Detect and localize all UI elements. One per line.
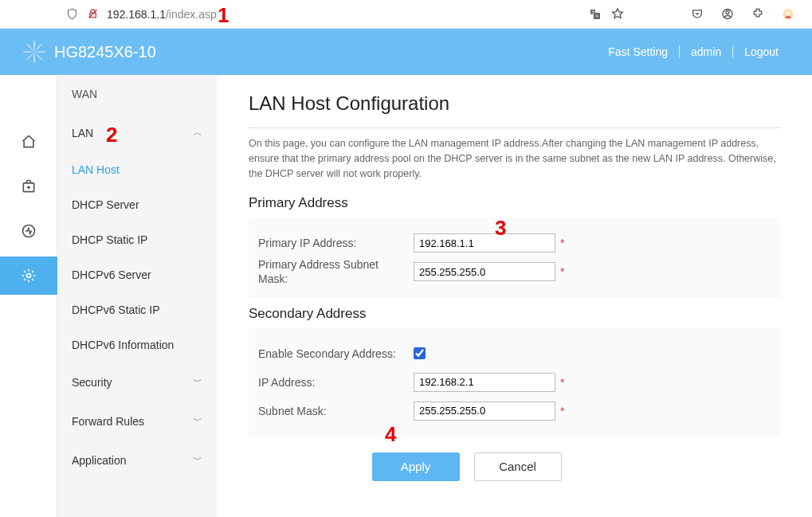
sidebar-item-security[interactable]: Security ﹀ [57,362,217,401]
rail-home[interactable] [0,123,57,161]
main-content: LAN Host Configuration On this page, you… [217,75,812,517]
sidebar-sub-dhcpv6-static-ip[interactable]: DHCPv6 Static IP [57,292,217,327]
browser-address-bar: 192.168.1.1/index.asp 文A [0,0,812,29]
logout-link[interactable]: Logout [733,45,790,58]
primary-mask-input[interactable] [414,262,555,281]
sidebar-item-application[interactable]: Application ﹀ [57,441,217,480]
chevron-up-icon: ︿ [193,126,202,139]
user-link[interactable]: admin [680,45,732,58]
sidebar-sub-dhcp-server[interactable]: DHCP Server [57,187,217,222]
sidebar-item-label: DHCP Static IP [72,233,147,246]
translate-icon[interactable]: 文A [589,8,602,21]
sidebar-item-label: DHCP Server [72,198,139,211]
secondary-form-block: Enable Secondary Address: IP Address: * … [249,328,780,437]
lock-strikethrough-icon [86,8,99,21]
sidebar-item-label: Application [72,454,127,467]
home-icon [21,134,37,150]
icon-rail [0,75,57,517]
required-mark: * [560,265,564,278]
secondary-mask-label: Subnet Mask: [258,404,414,418]
url-host: 192.168.1.1 [107,8,166,21]
sidebar-sub-dhcpv6-info[interactable]: DHCPv6 Information [57,327,217,362]
enable-secondary-label: Enable Secondary Address: [258,347,414,361]
star-icon[interactable] [611,8,624,21]
rail-activity[interactable] [0,212,57,250]
sidebar-item-label: Security [72,376,112,389]
medkit-icon [21,178,37,194]
button-row: Apply Cancel [217,452,780,481]
brand: HG8245X6-10 [22,40,156,64]
primary-heading: Primary Address [249,195,780,211]
sidebar-item-forward-rules[interactable]: Forward Rules ﹀ [57,401,217,441]
shield-icon [65,8,78,21]
sidebar-item-label: DHCPv6 Information [72,339,174,351]
sidebar-item-label: LAN Host [72,163,120,176]
product-name: HG8245X6-10 [54,43,156,61]
svg-point-6 [787,11,790,14]
apply-button[interactable]: Apply [372,452,460,481]
gear-icon [21,268,37,284]
rail-settings[interactable] [0,257,57,295]
activity-icon [21,223,37,239]
app-header: HG8245X6-10 Fast Setting admin Logout [0,29,812,75]
sidebar-item-label: Forward Rules [72,415,144,428]
primary-form-block: Primary IP Address: * Primary Address Su… [249,217,780,297]
page-title: LAN Host Configuration [249,92,780,115]
secondary-ip-input[interactable] [414,373,555,392]
sidebar: WAN LAN ︿ LAN Host DHCP Server DHCP Stat… [57,75,217,517]
sidebar-item-lan[interactable]: LAN ︿ [57,113,217,152]
sidebar-sub-dhcp-static-ip[interactable]: DHCP Static IP [57,222,217,257]
sidebar-sub-lan-host[interactable]: LAN Host [57,152,217,187]
svg-point-9 [26,274,30,278]
sidebar-item-label: DHCPv6 Server [72,268,151,281]
divider [249,127,780,128]
chevron-down-icon: ﹀ [193,375,202,389]
enable-secondary-checkbox[interactable] [414,347,426,359]
sidebar-item-label: LAN [72,127,93,139]
pocket-icon[interactable] [691,8,704,21]
sidebar-item-wan[interactable]: WAN [57,75,217,113]
secondary-ip-label: IP Address: [258,375,414,390]
fast-setting-link[interactable]: Fast Setting [597,45,679,58]
svg-point-4 [726,11,729,14]
chevron-down-icon: ﹀ [193,414,202,428]
primary-ip-label: Primary IP Address: [258,236,414,250]
profile-badge-icon[interactable] [782,8,794,21]
url-path: /index.asp [166,8,217,21]
url-text[interactable]: 192.168.1.1/index.asp [107,8,217,21]
extensions-icon[interactable] [751,8,764,21]
rail-box[interactable] [0,167,57,206]
huawei-logo-icon [22,40,46,64]
required-mark: * [560,405,564,417]
sidebar-item-label: DHCPv6 Static IP [72,304,159,316]
account-icon[interactable] [721,8,734,21]
help-text: On this page, you can configure the LAN … [249,136,780,181]
sidebar-sub-dhcpv6-server[interactable]: DHCPv6 Server [57,257,217,292]
chevron-down-icon: ﹀ [193,453,202,467]
secondary-mask-input[interactable] [414,401,555,421]
required-mark: * [560,376,564,389]
required-mark: * [560,237,564,249]
secondary-heading: Secondary Address [249,306,780,322]
primary-mask-label: Primary Address Subnet Mask: [258,257,414,286]
cancel-button[interactable]: Cancel [474,452,562,481]
sidebar-item-label: WAN [72,88,97,100]
svg-text:文: 文 [591,9,595,14]
header-links: Fast Setting admin Logout [597,45,790,58]
primary-ip-input[interactable] [414,233,555,253]
